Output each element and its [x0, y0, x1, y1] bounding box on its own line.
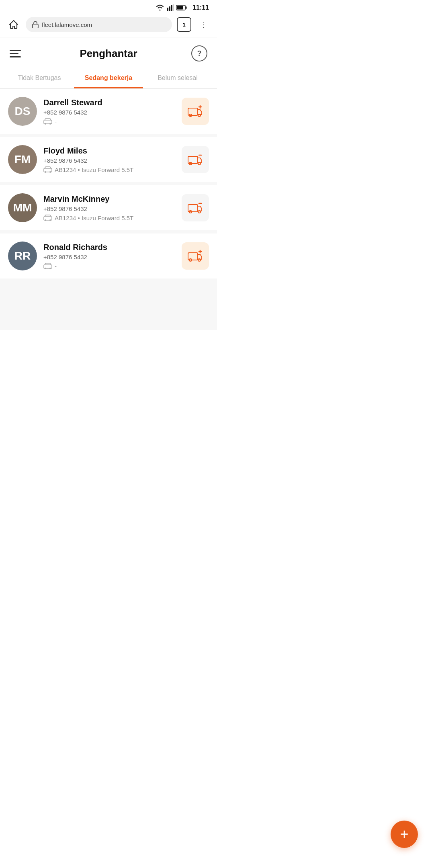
driver-item-ronald-richards[interactable]: RRRonald Richards+852 9876 5432 - [0, 233, 217, 278]
svg-point-18 [49, 171, 51, 173]
truck-add-icon [187, 104, 203, 119]
car-icon [43, 166, 52, 173]
tab-count-button[interactable]: 1 [177, 17, 191, 32]
driver-info-floyd-miles: Floyd Miles+852 9876 5432 AB1234 • Isuzu… [43, 146, 175, 173]
browser-bar: fleet.lalamove.com 1 ⋮ [0, 14, 217, 37]
url-bar[interactable]: fleet.lalamove.com [26, 17, 172, 32]
page-title: Penghantar [80, 47, 137, 60]
driver-vehicle-text: AB1234 • Isuzu Forward 5.5T [55, 215, 133, 221]
home-button[interactable] [6, 17, 21, 32]
help-button[interactable]: ? [191, 45, 207, 61]
svg-rect-2 [171, 5, 172, 11]
svg-point-28 [198, 211, 201, 213]
car-icon [43, 263, 52, 269]
driver-phone: +852 9876 5432 [43, 157, 175, 164]
status-icons: 11:11 [156, 4, 209, 11]
driver-vehicle-row: - [43, 118, 175, 125]
status-bar: 11:11 [0, 0, 217, 14]
driver-vehicle-row: AB1234 • Isuzu Forward 5.5T [43, 215, 175, 221]
svg-point-17 [45, 171, 46, 173]
driver-list: DSDarrell Steward+852 9876 5432 - FMFloy… [0, 89, 217, 330]
status-time: 11:11 [192, 4, 209, 11]
driver-phone: +852 9876 5432 [43, 254, 175, 260]
menu-line-1 [10, 50, 21, 51]
menu-button[interactable] [10, 45, 26, 61]
svg-rect-6 [177, 6, 183, 10]
more-options-button[interactable]: ⋮ [196, 17, 211, 32]
svg-point-21 [198, 162, 201, 165]
url-text: fleet.lalamove.com [42, 21, 92, 28]
svg-point-32 [49, 268, 51, 269]
driver-name: Ronald Richards [43, 243, 175, 252]
driver-info-marvin-mckinney: Marvin McKinney+852 9876 5432 AB1234 • I… [43, 194, 175, 221]
svg-point-31 [45, 268, 46, 269]
truck-add-icon [187, 249, 203, 263]
car-icon [43, 215, 52, 221]
tab-tidak-bertugas[interactable]: Tidak Bertugas [5, 68, 74, 88]
driver-avatar-darrell-steward: DS [8, 97, 37, 126]
svg-point-24 [45, 219, 46, 221]
driver-item-floyd-miles[interactable]: FMFloyd Miles+852 9876 5432 AB1234 • Isu… [0, 137, 217, 182]
svg-point-9 [45, 123, 46, 125]
svg-rect-7 [33, 24, 38, 28]
svg-point-10 [49, 123, 51, 125]
tabs-row: Tidak Bertugas Sedang bekerja Belum sele… [0, 68, 217, 89]
svg-rect-5 [186, 6, 187, 9]
truck-remove-icon [187, 152, 203, 167]
car-icon [43, 118, 52, 125]
svg-rect-1 [169, 6, 170, 11]
tab-sedang-bekerja[interactable]: Sedang bekerja [74, 68, 143, 88]
driver-avatar-floyd-miles: FM [8, 145, 37, 174]
tab-belum-selesai[interactable]: Belum selesai [143, 68, 212, 88]
app-header: Penghantar ? [0, 37, 217, 68]
svg-point-35 [198, 259, 201, 261]
svg-rect-3 [173, 4, 174, 11]
battery-icon [176, 5, 187, 10]
action-btn-remove-floyd-miles[interactable] [182, 146, 209, 173]
driver-avatar-marvin-mckinney: MM [8, 193, 37, 222]
driver-phone: +852 9876 5432 [43, 205, 175, 212]
signal-icon [167, 4, 174, 11]
action-btn-remove-marvin-mckinney[interactable] [182, 194, 209, 221]
driver-vehicle-text: - [55, 263, 57, 270]
menu-line-3 [10, 56, 21, 57]
truck-remove-icon [187, 201, 203, 215]
driver-vehicle-text: AB1234 • Isuzu Forward 5.5T [55, 166, 133, 173]
driver-name: Floyd Miles [43, 146, 175, 156]
driver-vehicle-text: - [55, 118, 57, 125]
driver-name: Marvin McKinney [43, 194, 175, 204]
driver-avatar-ronald-richards: RR [8, 242, 37, 270]
svg-rect-0 [167, 8, 168, 11]
driver-info-ronald-richards: Ronald Richards+852 9876 5432 - [43, 243, 175, 270]
driver-name: Darrell Steward [43, 98, 175, 107]
wifi-icon [156, 4, 164, 11]
action-btn-add-darrell-steward[interactable] [182, 98, 209, 125]
driver-vehicle-row: - [43, 263, 175, 270]
lock-icon [32, 21, 39, 28]
driver-item-marvin-mckinney[interactable]: MMMarvin McKinney+852 9876 5432 AB1234 •… [0, 185, 217, 230]
driver-vehicle-row: AB1234 • Isuzu Forward 5.5T [43, 166, 175, 173]
action-btn-add-ronald-richards[interactable] [182, 242, 209, 270]
driver-info-darrell-steward: Darrell Steward+852 9876 5432 - [43, 98, 175, 125]
svg-point-13 [198, 114, 201, 117]
driver-phone: +852 9876 5432 [43, 109, 175, 116]
svg-point-25 [49, 219, 51, 221]
menu-line-2 [10, 53, 18, 54]
driver-item-darrell-steward[interactable]: DSDarrell Steward+852 9876 5432 - [0, 89, 217, 134]
